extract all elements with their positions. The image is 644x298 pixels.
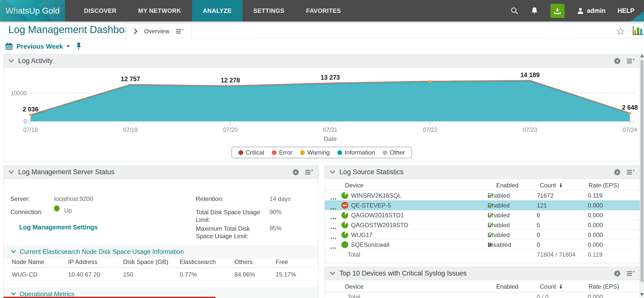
svg-text:12 757: 12 757 bbox=[121, 75, 140, 82]
device-name[interactable]: WUG17 bbox=[351, 231, 372, 239]
col-rate[interactable]: Rate (EPS) bbox=[588, 283, 619, 290]
server-label: Server: bbox=[10, 195, 30, 202]
panel-menu-icon[interactable] bbox=[627, 169, 635, 175]
legend-item-information[interactable]: Information bbox=[337, 149, 375, 156]
nav-item-analyze[interactable]: ANALYZE bbox=[192, 0, 243, 21]
nav-item-discover[interactable]: DISCOVER bbox=[73, 0, 127, 21]
table-row[interactable]: WUG17Enabled00.000 bbox=[325, 230, 640, 240]
notifications-bell-icon[interactable] bbox=[531, 7, 538, 15]
page-header: Log Management Dashboard Overview ☆ bbox=[0, 21, 644, 39]
table-row[interactable]: SQESonicwallDisabled00.000 bbox=[325, 240, 640, 250]
collapse-chevron-icon[interactable] bbox=[9, 59, 14, 63]
check-icon bbox=[488, 222, 493, 228]
operational-metrics-section-header[interactable]: Operational Metrics bbox=[4, 287, 318, 298]
check-icon bbox=[488, 203, 493, 208]
nav-corner-decoration bbox=[630, 11, 644, 21]
device-name[interactable]: QAGOW2016STD1 bbox=[351, 212, 404, 219]
device-name[interactable]: QE-STEVEP-5 bbox=[351, 202, 391, 209]
count-cell: 0 bbox=[537, 241, 540, 248]
legend-label: Critical bbox=[246, 149, 264, 156]
count-cell: 5 bbox=[537, 222, 540, 229]
col-count[interactable]: Count bbox=[540, 283, 563, 290]
log-source-header: Log Source Statistics bbox=[325, 166, 640, 179]
nav-item-my-network[interactable]: MY NETWORK bbox=[127, 0, 192, 21]
cross-icon bbox=[488, 243, 492, 247]
panel-menu-icon[interactable] bbox=[627, 271, 635, 276]
nav-item-favorites[interactable]: FAVORITES bbox=[295, 0, 352, 21]
log-activity-chart: 10000007/1807/1907/2007/2107/2207/2307/2… bbox=[4, 68, 640, 151]
panel-title: Top 10 Devices with Critical Syslog Issu… bbox=[339, 270, 467, 277]
scrollbar-thumb[interactable] bbox=[640, 60, 643, 282]
legend-item-critical[interactable]: Critical bbox=[238, 149, 264, 156]
device-name[interactable]: SQESonicwall bbox=[351, 241, 389, 248]
scrollbar-up-arrow-icon[interactable] bbox=[640, 54, 644, 57]
total-label: Total bbox=[347, 251, 360, 258]
device-up-partial-icon bbox=[341, 192, 349, 201]
favorite-star-icon[interactable]: ☆ bbox=[616, 25, 625, 37]
col-enabled[interactable]: Enabled bbox=[496, 283, 518, 290]
legend-label: Other bbox=[390, 149, 405, 156]
svg-text:2 648: 2 648 bbox=[622, 104, 638, 111]
total-count: 71804 / 71804 bbox=[537, 251, 575, 258]
enabled-cell: Disabled bbox=[488, 241, 511, 248]
legend-item-warning[interactable]: Warning bbox=[300, 149, 330, 156]
col-rate[interactable]: Rate (EPS) bbox=[588, 182, 619, 189]
table-row[interactable]: QE-STEVEP-5Enabled1210.000 bbox=[325, 200, 640, 210]
table-row[interactable]: QAGOSTW2019STDEnabled50.000 bbox=[325, 220, 640, 230]
table-row[interactable]: WINSRV2K16SQLEnabled716720.119 bbox=[325, 191, 640, 200]
sort-desc-icon bbox=[558, 183, 563, 188]
gear-icon[interactable] bbox=[614, 57, 621, 65]
vertical-scrollbar[interactable] bbox=[640, 52, 644, 298]
date-range-selector[interactable]: Previous Week bbox=[16, 43, 63, 50]
col-node-name: Node Name bbox=[12, 258, 44, 265]
log-management-settings-link[interactable]: Log Management Settings bbox=[19, 224, 98, 231]
svg-text:07/22: 07/22 bbox=[423, 127, 438, 133]
svg-text:07/24: 07/24 bbox=[623, 127, 637, 133]
total-disk-value: 90% bbox=[270, 208, 282, 216]
collapse-chevron-icon[interactable] bbox=[330, 272, 335, 275]
nav-item-settings[interactable]: SETTINGS bbox=[243, 0, 295, 21]
panel-menu-icon[interactable] bbox=[627, 58, 635, 64]
enabled-cell: Enabled bbox=[488, 192, 510, 199]
collapse-chevron-icon[interactable] bbox=[9, 170, 14, 174]
legend-item-error[interactable]: Error bbox=[272, 149, 292, 156]
retention-value: 14 days bbox=[270, 195, 291, 202]
calendar-icon[interactable] bbox=[5, 42, 13, 50]
svg-text:2 036: 2 036 bbox=[23, 106, 39, 113]
svg-text:12 278: 12 278 bbox=[221, 77, 240, 84]
connection-label: Connection: bbox=[10, 208, 43, 216]
tab-menu-icon[interactable] bbox=[176, 28, 184, 34]
user-menu[interactable]: admin bbox=[577, 7, 606, 15]
device-name[interactable]: QAGOSTW2019STD bbox=[351, 222, 408, 229]
legend-item-other[interactable]: Other bbox=[383, 149, 405, 156]
tab-overview[interactable]: Overview bbox=[125, 23, 192, 39]
svg-text:07/19: 07/19 bbox=[123, 127, 138, 133]
brand-logo[interactable]: WhatsUp Gold bbox=[0, 0, 65, 21]
download-button[interactable] bbox=[550, 4, 565, 18]
scrollbar-down-arrow-icon[interactable] bbox=[640, 293, 644, 296]
col-disk-space: Disk Space (GB) bbox=[123, 258, 168, 265]
caret-down-icon[interactable] bbox=[66, 45, 70, 48]
col-others: Others bbox=[234, 258, 253, 265]
gear-icon[interactable] bbox=[614, 270, 621, 277]
cell-ip-address: 10.40.67.20 bbox=[68, 271, 100, 278]
collapse-chevron-icon[interactable] bbox=[330, 170, 335, 174]
top10-header: Top 10 Devices with Critical Syslog Issu… bbox=[325, 267, 640, 280]
search-icon[interactable] bbox=[511, 7, 519, 15]
col-count[interactable]: Count bbox=[540, 182, 563, 189]
bar-chart-icon bbox=[632, 25, 644, 36]
col-enabled[interactable]: Enabled bbox=[496, 182, 518, 189]
gear-icon[interactable] bbox=[292, 169, 299, 176]
col-device[interactable]: Device bbox=[345, 283, 363, 290]
device-name[interactable]: WINSRV2K16SQL bbox=[351, 192, 401, 199]
disk-usage-section-header[interactable]: Current Elasticsearch Node Disk Space Us… bbox=[4, 245, 318, 258]
col-device[interactable]: Device bbox=[345, 182, 363, 189]
top10-table: Total0 / 00.000 bbox=[325, 292, 640, 298]
gear-icon[interactable] bbox=[614, 169, 621, 176]
col-elasticsearch: Elasticsearch bbox=[180, 258, 216, 265]
panel-menu-icon[interactable] bbox=[305, 169, 313, 175]
pin-icon[interactable] bbox=[75, 42, 82, 50]
chart-view-button[interactable] bbox=[628, 23, 644, 38]
table-row[interactable]: QAGOW2016STD1Enabled60.000 bbox=[325, 210, 640, 220]
device-down-icon bbox=[341, 201, 349, 211]
